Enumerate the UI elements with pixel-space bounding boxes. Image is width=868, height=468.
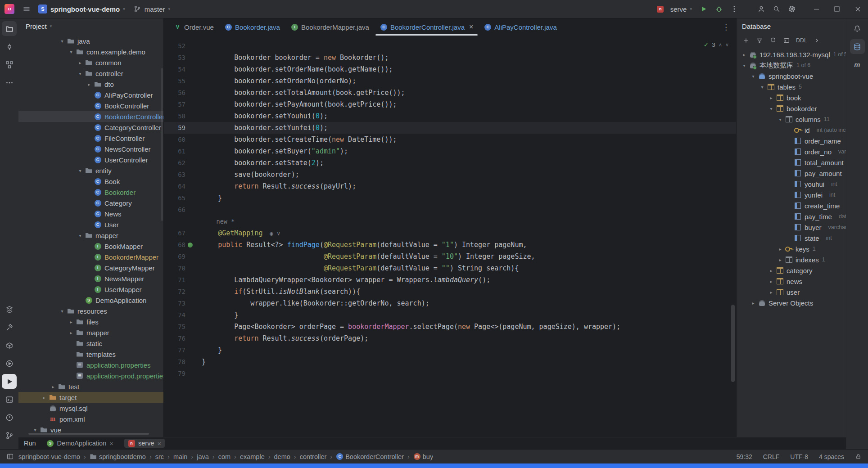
database-tree-item[interactable]: order_no varch	[737, 146, 846, 157]
tree-chevron-icon[interactable]: ▸	[740, 52, 748, 57]
database-tree-item[interactable]: ▸ indexes 1	[737, 254, 846, 265]
inspections-widget[interactable]: ✓ 3 ∧ ∨	[704, 41, 729, 48]
tree-chevron-icon[interactable]: ▾	[76, 168, 84, 173]
line-number[interactable]: 68	[164, 239, 185, 251]
maximize-window-button[interactable]	[827, 0, 847, 18]
close-tab-icon[interactable]: ×	[109, 440, 113, 447]
lock-icon[interactable]	[855, 453, 862, 460]
code-text[interactable]: }	[202, 356, 206, 368]
database-tree-item[interactable]: buyer varchar(2	[737, 222, 846, 233]
database-tree-item[interactable]: id int (auto incre	[737, 125, 846, 135]
line-number[interactable]: 72	[164, 286, 185, 297]
tree-chevron-icon[interactable]: ▾	[31, 428, 39, 432]
more-actions-icon[interactable]	[727, 2, 742, 16]
database-tree-item[interactable]: ▾ 本地数据库 1 of 6	[737, 60, 846, 71]
breadcrumb-item[interactable]: com	[209, 453, 231, 460]
line-number[interactable]: 64	[164, 180, 185, 192]
project-tree-item[interactable]: BookMapper	[18, 241, 163, 252]
database-tree-item[interactable]: ▾ tables 5	[737, 81, 846, 92]
indent-widget[interactable]: 4 spaces	[819, 453, 844, 460]
breadcrumb-item[interactable]: example	[231, 453, 265, 460]
database-tree-item[interactable]: ▸ book	[737, 92, 846, 103]
project-tree-item[interactable]: CategoryController	[18, 122, 163, 133]
code-text[interactable]: @GetMapping ◉ ∨	[202, 227, 280, 239]
vcs-branch-widget[interactable]: master ▾	[129, 2, 174, 16]
project-tree-item[interactable]: FileController	[18, 133, 163, 144]
line-number[interactable]: 55	[164, 75, 185, 87]
tree-chevron-icon[interactable]: ▾	[58, 309, 66, 314]
code-text[interactable]: return Result.success(orderPage);	[202, 333, 368, 344]
debug-button[interactable]	[711, 2, 727, 16]
tree-chevron-icon[interactable]: ▸	[67, 330, 75, 335]
database-tree-item[interactable]: ▾ bookorder	[737, 103, 846, 114]
project-tree-item[interactable]: application-prod.properties	[18, 370, 163, 381]
database-tree-item[interactable]: total_amount d	[737, 157, 846, 168]
caret-position-widget[interactable]: 59:32	[737, 453, 752, 460]
close-window-button[interactable]	[847, 0, 868, 18]
project-tree-item[interactable]: templates	[18, 349, 163, 360]
tree-chevron-icon[interactable]: ▾	[776, 117, 784, 122]
editor-scrollbar[interactable]	[731, 305, 735, 382]
user-account-icon[interactable]	[754, 2, 769, 16]
gutter-icon[interactable]	[185, 243, 194, 248]
line-number[interactable]: 75	[164, 321, 185, 333]
structure-tool-icon[interactable]	[2, 57, 17, 72]
project-tree-item[interactable]: ▸ files	[18, 316, 163, 327]
dependencies-tool-icon[interactable]	[2, 338, 17, 353]
tree-chevron-icon[interactable]: ▸	[49, 384, 57, 389]
prev-problem-icon[interactable]: ∧	[719, 42, 722, 48]
tree-chevron-icon[interactable]: ▾	[758, 85, 766, 90]
tree-chevron-icon[interactable]: ▸	[85, 82, 93, 87]
run-tab[interactable]: serve ×	[124, 439, 165, 448]
run-anything-tool-icon[interactable]	[2, 356, 17, 371]
line-number[interactable]: 57	[164, 99, 185, 110]
tree-chevron-icon[interactable]: ▾	[740, 63, 748, 68]
editor-tab[interactable]: BookorderController.java ×	[375, 18, 479, 36]
code-text[interactable]: }	[202, 309, 238, 321]
project-tree-item[interactable]: ▾ com.example.demo	[18, 46, 163, 57]
code-text[interactable]: bookorder.setYunfei(0);	[202, 122, 328, 134]
code-text[interactable]: bookorder.setCreateTime(new DateTime());	[202, 134, 397, 145]
project-tree-item[interactable]: pom.xml	[18, 414, 163, 424]
line-number[interactable]: 52	[164, 40, 185, 52]
editor-tab[interactable]: AliPayController.java ×	[479, 18, 562, 36]
line-number[interactable]: 54	[164, 63, 185, 75]
code-text[interactable]: bookorder.setPayAmount(book.getPrice());	[202, 99, 397, 110]
project-tree-item[interactable]: CategoryMapper	[18, 262, 163, 273]
line-number[interactable]: 56	[164, 87, 185, 99]
line-number[interactable]: 62	[164, 157, 185, 169]
project-tree-item[interactable]: ▾ java	[18, 36, 163, 46]
run-tool-icon[interactable]	[2, 374, 17, 389]
code-text[interactable]: bookorder.setBuyer("admin");	[202, 145, 348, 157]
line-number[interactable]: 66	[164, 204, 185, 216]
line-number[interactable]: 61	[164, 145, 185, 157]
tree-chevron-icon[interactable]: ▾	[67, 50, 75, 54]
project-tree-item[interactable]: BookController	[18, 100, 163, 111]
database-tree-item[interactable]: pay_amount d	[737, 168, 846, 179]
project-tree-item[interactable]: BookorderController	[18, 111, 163, 122]
line-number[interactable]: 53	[164, 52, 185, 63]
minimize-window-button[interactable]	[806, 0, 827, 18]
main-menu-icon[interactable]	[19, 2, 34, 16]
project-tree-item[interactable]: NewsMapper	[18, 273, 163, 284]
search-icon[interactable]	[769, 2, 784, 16]
project-tree-item[interactable]: Bookorder	[18, 187, 163, 198]
tree-chevron-icon[interactable]: ▸	[767, 279, 775, 284]
code-text[interactable]: if(StrUtil.isNotBlank(search)){	[202, 286, 360, 297]
code-text[interactable]: @RequestParam(defaultValue = "10") Integ…	[202, 251, 535, 262]
code-text[interactable]: return Result.success(payUrl);	[202, 180, 356, 192]
tree-chevron-icon[interactable]: ▸	[749, 301, 757, 306]
database-tree-item[interactable]: ▸ category	[737, 265, 846, 276]
line-number[interactable]: 69	[164, 251, 185, 262]
next-problem-icon[interactable]: ∨	[725, 42, 729, 48]
database-tree-item[interactable]: create_time da	[737, 200, 846, 211]
database-tree-item[interactable]: ▸ 192.168.198.132-mysql 1 of 5	[737, 49, 846, 60]
database-tree-item[interactable]: ▸ keys 1	[737, 243, 846, 254]
chevron-right-icon[interactable]	[811, 35, 823, 46]
line-number[interactable]: 63	[164, 169, 185, 180]
project-tree-item[interactable]: ▾ entity	[18, 165, 163, 176]
project-tree-item[interactable]: UserMapper	[18, 284, 163, 295]
code-text[interactable]: bookorder.setState(2);	[202, 157, 324, 169]
project-tree-item[interactable]: ▾ mapper	[18, 230, 163, 241]
code-text[interactable]: Bookorder bookorder = new Bookorder();	[202, 52, 389, 63]
